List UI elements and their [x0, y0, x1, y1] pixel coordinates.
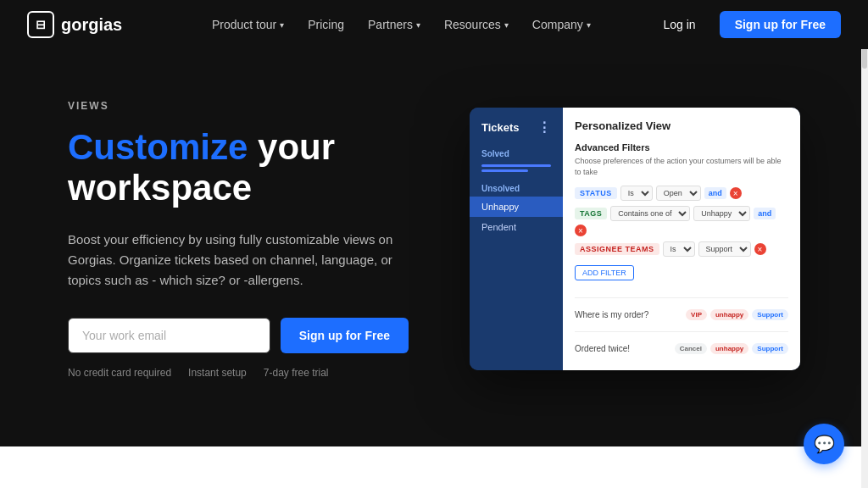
result-divider: [575, 297, 788, 298]
sidebar-item-pendent[interactable]: Pendent: [470, 217, 563, 237]
chevron-down-icon: ▾: [504, 20, 509, 30]
signup-button-hero[interactable]: Sign up for Free: [281, 318, 409, 353]
hero-form: Sign up for Free: [68, 318, 409, 353]
badge-vip: VIP: [686, 309, 707, 320]
result-badges-1: VIP unhappy Support: [686, 309, 788, 320]
filter-remove-tags[interactable]: ×: [575, 225, 587, 236]
badge-support-2: Support: [752, 343, 788, 354]
logo[interactable]: ⊟ gorgias: [27, 11, 122, 38]
sidebar-item-unhappy[interactable]: Unhappy: [470, 197, 563, 217]
email-input[interactable]: [68, 318, 270, 353]
mockup-container: Tickets ⋮ Solved Unsolved Unhappy Penden…: [470, 108, 800, 370]
nav-company[interactable]: Company ▾: [522, 13, 601, 36]
logo-icon: ⊟: [27, 11, 54, 38]
sidebar-bar-short: [481, 169, 528, 172]
sidebar-bar: [481, 164, 551, 167]
meta-instant-setup: Instant setup: [188, 367, 247, 379]
badge-unhappy-1: unhappy: [710, 309, 748, 320]
filter-row-assignee: ASSIGNEE TEAMS Is Support ×: [575, 241, 788, 257]
hero-tag: VIEWS: [68, 100, 409, 112]
nav-links-container: Product tour ▾ Pricing Partners ▾ Resour…: [202, 13, 601, 36]
result-label-2: Ordered twice!: [575, 344, 630, 353]
filter-tags-operator[interactable]: Contains one of: [610, 206, 690, 221]
filter-remove-status[interactable]: ×: [730, 187, 742, 199]
filter-tag-status: STATUS: [575, 187, 617, 199]
filter-assignee-value[interactable]: Support: [698, 241, 751, 257]
sidebar-header: Tickets ⋮: [470, 119, 563, 144]
filter-remove-assignee[interactable]: ×: [754, 243, 766, 255]
filter-status-operator[interactable]: Is: [620, 186, 653, 201]
sidebar-title: Tickets: [481, 121, 520, 134]
hero-meta: No credit card required Instant setup 7-…: [68, 367, 409, 379]
filter-row-tags: TAGS Contains one of Unhappy and ×: [575, 206, 788, 236]
filter-tag-assignee: ASSIGNEE TEAMS: [575, 243, 659, 255]
nav-links: Product tour ▾ Pricing Partners ▾ Resour…: [175, 13, 601, 36]
nav-partners[interactable]: Partners ▾: [358, 13, 431, 36]
result-row-2: Ordered twice! Cancel unhappy Support: [575, 339, 788, 358]
sidebar-solved-section: Solved: [470, 144, 563, 172]
meta-no-card: No credit card required: [68, 367, 171, 379]
add-filter-button[interactable]: ADD FILTER: [575, 265, 634, 280]
result-row-1: Where is my order? VIP unhappy Support: [575, 305, 788, 324]
result-label-1: Where is my order?: [575, 310, 648, 319]
filter-tags-value[interactable]: Unhappy: [693, 206, 750, 221]
login-button[interactable]: Log in: [653, 13, 705, 36]
result-badges-2: Cancel unhappy Support: [675, 343, 788, 354]
mockup-main: Personalized View Advanced Filters Choos…: [563, 108, 800, 370]
sidebar-unsolved-section: Unsolved Unhappy Pendent: [470, 179, 563, 237]
filter-status-value[interactable]: Open: [656, 186, 701, 201]
nav-resources[interactable]: Resources ▾: [434, 13, 519, 36]
more-options-icon[interactable]: ⋮: [537, 119, 551, 136]
panel-title: Personalized View: [575, 119, 788, 132]
navbar: ⊟ gorgias Product tour ▾ Pricing Partner…: [0, 0, 868, 49]
filter-tag-tags: TAGS: [575, 208, 607, 219]
chevron-down-icon: ▾: [416, 20, 420, 30]
chevron-down-icon: ▾: [587, 20, 591, 30]
meta-free-trial: 7-day free trial: [264, 367, 329, 379]
mockup-sidebar: Tickets ⋮ Solved Unsolved Unhappy Penden…: [470, 108, 563, 370]
hero-title-highlight: Customize: [68, 127, 248, 167]
logo-text: gorgias: [61, 15, 122, 35]
badge-unhappy-2: unhappy: [710, 343, 748, 354]
badge-cancel: Cancel: [675, 343, 707, 354]
sidebar-unsolved-label: Unsolved: [470, 179, 563, 197]
badge-support-1: Support: [752, 309, 788, 320]
hero-section: VIEWS Customize your workspace Boost you…: [0, 49, 868, 446]
scrollbar[interactable]: [861, 0, 868, 488]
hero-description: Boost your efficiency by using fully cus…: [68, 230, 409, 291]
nav-pricing[interactable]: Pricing: [298, 13, 354, 36]
nav-right: Log in Sign up for Free: [653, 11, 841, 38]
hero-left: VIEWS Customize your workspace Boost you…: [68, 100, 409, 379]
filter-description: Choose preferences of the action your co…: [575, 156, 788, 177]
hero-title: Customize your workspace: [68, 127, 409, 209]
filter-row-status: STATUS Is Open and ×: [575, 186, 788, 201]
filter-and-badge-2: and: [754, 208, 776, 219]
bottom-section: Jumpstart your day - every day!: [0, 446, 868, 488]
filter-section-title: Advanced Filters: [575, 142, 788, 152]
signup-button-nav[interactable]: Sign up for Free: [720, 11, 841, 38]
filter-and-badge: and: [704, 187, 726, 199]
sidebar-solved-label: Solved: [470, 144, 563, 162]
hero-right: Tickets ⋮ Solved Unsolved Unhappy Penden…: [459, 108, 800, 370]
nav-product-tour[interactable]: Product tour ▾: [202, 13, 294, 36]
filter-assignee-operator[interactable]: Is: [663, 241, 695, 257]
chat-icon: 💬: [814, 434, 835, 454]
chat-button[interactable]: 💬: [804, 424, 844, 464]
chevron-down-icon: ▾: [280, 20, 284, 30]
result-divider-2: [575, 331, 788, 332]
